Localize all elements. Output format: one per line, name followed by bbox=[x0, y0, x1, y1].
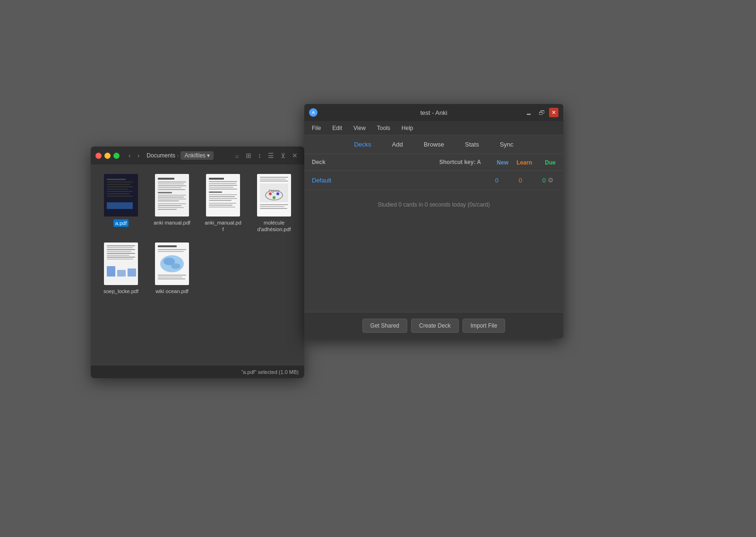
svg-rect-73 bbox=[158, 275, 186, 276]
table-header: Deck Shortcut key: A New Learn Due bbox=[304, 154, 563, 171]
stats-button[interactable]: Stats bbox=[460, 138, 484, 151]
view-grid-icon[interactable]: ⊞ bbox=[244, 151, 253, 160]
study-info: Studied 0 cards in 0 seconds today (0s/c… bbox=[304, 194, 563, 216]
pdf-preview-icon bbox=[155, 174, 189, 217]
learn-column-header: Learn bbox=[508, 158, 532, 166]
svg-rect-69 bbox=[158, 251, 184, 252]
file-name: molécule d'adhésion.pdf bbox=[255, 219, 293, 233]
file-item[interactable]: anki_manual.pdf bbox=[200, 172, 246, 235]
svg-rect-34 bbox=[209, 194, 237, 195]
svg-rect-33 bbox=[209, 191, 222, 193]
svg-rect-20 bbox=[158, 199, 186, 199]
svg-rect-64 bbox=[117, 270, 126, 277]
menu-file[interactable]: File bbox=[310, 123, 323, 133]
get-shared-button[interactable]: Get Shared bbox=[362, 319, 407, 333]
import-file-button[interactable]: Import File bbox=[463, 319, 506, 333]
anki-logo-icon: A bbox=[309, 108, 318, 117]
svg-rect-9 bbox=[107, 202, 133, 209]
close-button[interactable]: ✕ bbox=[549, 108, 558, 117]
svg-point-49 bbox=[276, 192, 279, 195]
svg-rect-17 bbox=[158, 192, 172, 193]
learn-header-text: Learn bbox=[516, 159, 532, 166]
anki-main-content: Deck Shortcut key: A New Learn Due Defau… bbox=[304, 154, 563, 312]
menu-edit[interactable]: Edit bbox=[330, 123, 344, 133]
expand-icon[interactable]: ⊻ bbox=[279, 151, 287, 160]
status-text: "a.pdf" selected (1.0 MB) bbox=[241, 369, 299, 375]
file-item[interactable]: a.pdf bbox=[98, 172, 144, 235]
svg-rect-55 bbox=[107, 245, 135, 246]
decks-button[interactable]: Decks bbox=[349, 138, 376, 151]
svg-rect-13 bbox=[158, 183, 184, 184]
titlebar-controls: ⌕ ⊞ ↕ ☰ ⊻ ✕ bbox=[233, 151, 300, 160]
file-manager-titlebar: ‹ › Documents › Ankifiles ▾ ⌕ ⊞ ↕ ☰ ⊻ ✕ bbox=[91, 147, 304, 165]
list-view-icon[interactable]: ☰ bbox=[266, 151, 276, 160]
sort-button[interactable]: ↕ bbox=[256, 151, 263, 160]
svg-rect-60 bbox=[107, 255, 129, 256]
file-name: a.pdf bbox=[113, 219, 129, 227]
svg-rect-21 bbox=[158, 200, 179, 201]
file-thumbnail bbox=[155, 174, 189, 217]
svg-rect-62 bbox=[107, 259, 133, 260]
svg-rect-63 bbox=[107, 266, 115, 277]
file-thumbnail bbox=[206, 174, 240, 217]
due-column-header: Due bbox=[532, 158, 556, 166]
svg-rect-44 bbox=[260, 181, 288, 182]
file-thumbnail: Figure bbox=[257, 174, 291, 217]
browse-button[interactable]: Browse bbox=[419, 138, 449, 151]
svg-point-48 bbox=[269, 192, 272, 195]
window-close-icon[interactable]: ✕ bbox=[290, 151, 300, 160]
svg-rect-1 bbox=[107, 179, 126, 180]
minimize-dot[interactable] bbox=[104, 153, 111, 159]
svg-rect-52 bbox=[260, 206, 284, 207]
svg-rect-75 bbox=[158, 278, 185, 279]
forward-button[interactable]: › bbox=[135, 151, 142, 160]
file-item[interactable]: wiki ocean.pdf bbox=[149, 241, 195, 296]
nav-buttons: ‹ › bbox=[126, 151, 142, 160]
file-item[interactable]: Figure molécule d'adhésion.pdf bbox=[251, 172, 297, 235]
svg-rect-59 bbox=[107, 253, 135, 254]
svg-rect-6 bbox=[107, 191, 133, 192]
deck-options-button[interactable]: ⚙ bbox=[546, 175, 556, 185]
pdf-preview-icon: Figure bbox=[257, 174, 291, 217]
minimize-button[interactable]: 🗕 bbox=[524, 108, 534, 117]
menu-help[interactable]: Help bbox=[400, 123, 415, 133]
svg-rect-29 bbox=[209, 183, 236, 184]
create-deck-button[interactable]: Create Deck bbox=[411, 319, 459, 333]
menu-tools[interactable]: Tools bbox=[375, 123, 392, 133]
file-thumbnail bbox=[104, 174, 138, 217]
svg-rect-57 bbox=[107, 249, 135, 250]
svg-rect-16 bbox=[158, 189, 185, 190]
svg-rect-2 bbox=[107, 182, 133, 182]
deck-learn-count: 0 bbox=[498, 177, 522, 184]
file-item[interactable]: soep_locke.pdf bbox=[98, 241, 144, 296]
sync-button[interactable]: Sync bbox=[495, 138, 518, 151]
svg-rect-39 bbox=[209, 205, 232, 206]
add-button[interactable]: Add bbox=[387, 138, 408, 151]
maximize-button[interactable]: 🗗 bbox=[536, 108, 547, 117]
svg-rect-37 bbox=[209, 200, 232, 201]
menu-bar: File Edit View Tools Help bbox=[304, 121, 563, 135]
maximize-dot[interactable] bbox=[113, 153, 120, 159]
svg-rect-40 bbox=[209, 207, 235, 208]
table-row[interactable]: Default 0 0 0 ⚙ bbox=[304, 171, 563, 190]
svg-rect-30 bbox=[209, 185, 237, 186]
breadcrumb-folder[interactable]: Ankifiles ▾ bbox=[180, 151, 214, 160]
file-item[interactable]: anki manual.pdf bbox=[149, 172, 195, 235]
svg-rect-0 bbox=[104, 174, 138, 217]
back-button[interactable]: ‹ bbox=[126, 151, 133, 160]
anki-window: A test - Anki 🗕 🗗 ✕ File Edit View Tools… bbox=[304, 104, 563, 338]
svg-rect-23 bbox=[158, 205, 181, 206]
svg-rect-68 bbox=[158, 249, 186, 250]
svg-rect-28 bbox=[209, 181, 237, 182]
pdf-preview-icon bbox=[104, 243, 138, 285]
svg-rect-35 bbox=[209, 196, 235, 197]
new-header-text: New bbox=[497, 159, 508, 166]
anki-titlebar: A test - Anki 🗕 🗗 ✕ bbox=[304, 104, 563, 121]
deck-new-count: 0 bbox=[475, 177, 498, 184]
shortcut-key-label: Shortcut key: A bbox=[434, 159, 481, 165]
close-dot[interactable] bbox=[95, 153, 102, 159]
search-button[interactable]: ⌕ bbox=[233, 151, 241, 160]
svg-rect-42 bbox=[260, 177, 288, 178]
menu-view[interactable]: View bbox=[352, 123, 368, 133]
breadcrumb: Documents › Ankifiles ▾ bbox=[146, 151, 231, 160]
